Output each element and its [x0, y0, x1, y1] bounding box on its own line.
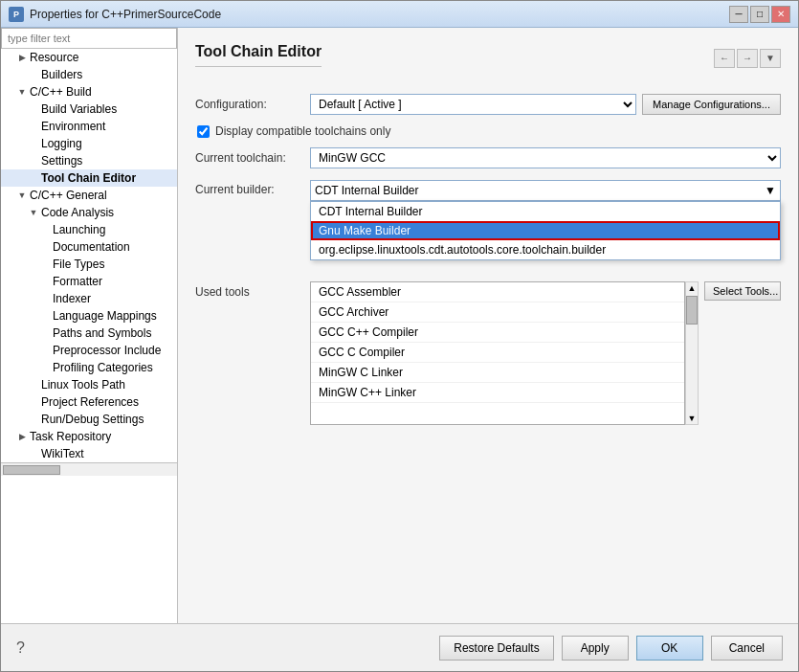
- sidebar-item-settings[interactable]: Settings: [1, 152, 177, 169]
- tool-item-assembler[interactable]: GCC Assembler: [311, 282, 684, 302]
- expand-icon: [28, 69, 39, 80]
- main-content: Tool Chain Editor ← → ▼ Configuration: D…: [178, 28, 798, 623]
- title-bar-buttons: ─ □ ✕: [729, 6, 790, 23]
- window-icon: P: [9, 7, 24, 22]
- configuration-label: Configuration:: [195, 98, 310, 111]
- sidebar-item-cpp-general[interactable]: ▼ C/C++ General: [1, 187, 177, 204]
- sidebar-item-launching[interactable]: Launching: [1, 221, 177, 238]
- builder-label: Current builder:: [195, 180, 310, 196]
- nav-back-button[interactable]: ←: [714, 49, 735, 68]
- scroll-down-arrow[interactable]: ▼: [686, 413, 699, 424]
- expand-icon: [28, 448, 39, 459]
- sidebar-item-label: Tool Chain Editor: [41, 171, 136, 185]
- nav-menu-button[interactable]: ▼: [760, 49, 781, 68]
- sidebar-item-linux-tools[interactable]: Linux Tools Path: [1, 376, 177, 393]
- expand-icon: [28, 103, 39, 115]
- sidebar-item-file-types[interactable]: File Types: [1, 256, 177, 273]
- expand-icon: ▼: [16, 86, 28, 98]
- sidebar-item-profiling[interactable]: Profiling Categories: [1, 359, 177, 376]
- sidebar-item-code-analysis[interactable]: ▼ Code Analysis: [1, 204, 177, 221]
- sidebar-item-formatter[interactable]: Formatter: [1, 273, 177, 290]
- sidebar-item-label: Profiling Categories: [53, 361, 153, 374]
- sidebar-item-label: Preprocessor Include: [53, 344, 161, 357]
- configuration-row: Configuration: Default [ Active ] Manage…: [195, 94, 781, 115]
- sidebar-item-build-variables[interactable]: Build Variables: [1, 101, 177, 118]
- expand-icon: [28, 396, 39, 408]
- sidebar-item-resource[interactable]: ▶ Resource: [1, 49, 177, 66]
- sidebar-item-documentation[interactable]: Documentation: [1, 238, 177, 256]
- restore-defaults-button[interactable]: Restore Defaults: [439, 636, 553, 661]
- builder-dropdown-arrow: ▼: [765, 184, 776, 197]
- sidebar-item-preprocessor[interactable]: Preprocessor Include: [1, 342, 177, 359]
- sidebar-item-project-references[interactable]: Project References: [1, 393, 177, 411]
- nav-forward-button[interactable]: →: [737, 49, 758, 68]
- select-tools-button[interactable]: Select Tools...: [704, 281, 781, 301]
- cancel-button[interactable]: Cancel: [711, 636, 783, 661]
- sidebar-item-label: C/C++ Build: [30, 85, 92, 99]
- expand-icon: [39, 276, 51, 287]
- builder-area: Current builder: CDT Internal Builder ▼ …: [195, 180, 781, 201]
- compatible-toolchains-checkbox[interactable]: [197, 125, 210, 138]
- filter-input[interactable]: [1, 28, 177, 49]
- scroll-up-arrow[interactable]: ▲: [686, 282, 699, 294]
- minimize-button[interactable]: ─: [729, 6, 748, 23]
- tools-scrollbar[interactable]: ▲ ▼: [685, 281, 699, 425]
- expand-icon: [28, 155, 39, 167]
- sidebar-item-label: Run/Debug Settings: [41, 413, 144, 426]
- sidebar-item-label: Build Variables: [41, 102, 117, 116]
- checkbox-row: Display compatible toolchains only: [195, 124, 781, 138]
- close-button[interactable]: ✕: [771, 6, 790, 23]
- sidebar-item-logging[interactable]: Logging: [1, 135, 177, 152]
- scrollbar-thumb[interactable]: [3, 465, 60, 475]
- manage-configurations-button[interactable]: Manage Configurations...: [642, 94, 781, 115]
- sidebar-item-run-debug[interactable]: Run/Debug Settings: [1, 411, 177, 428]
- sidebar-item-label: C/C++ General: [30, 189, 107, 202]
- tool-item-c-compiler[interactable]: GCC C Compiler: [311, 343, 684, 363]
- sidebar-item-paths-symbols[interactable]: Paths and Symbols: [1, 325, 177, 342]
- footer-buttons: Restore Defaults Apply OK Cancel: [439, 636, 783, 661]
- dropdown-item-gnu[interactable]: Gnu Make Builder: [311, 221, 780, 240]
- scrollbar-thumb[interactable]: [686, 296, 698, 325]
- title-bar: P Properties for C++PrimerSourceCode ─ □…: [1, 1, 798, 28]
- sidebar-scrollbar[interactable]: [1, 462, 177, 476]
- sidebar-item-tool-chain-editor[interactable]: Tool Chain Editor: [1, 169, 177, 187]
- tool-item-cpp-compiler[interactable]: GCC C++ Compiler: [311, 323, 684, 343]
- sidebar-item-label: Language Mappings: [53, 309, 157, 323]
- expand-icon: [39, 224, 51, 235]
- used-tools-area: Used tools GCC Assembler GCC Archiver GC…: [195, 281, 781, 608]
- sidebar-item-wikitext[interactable]: WikiText: [1, 445, 177, 462]
- nav-buttons: ← → ▼: [714, 49, 781, 68]
- sidebar-item-label: Builders: [41, 68, 82, 81]
- dialog-body: ▶ Resource Builders ▼ C/C++ Build Build …: [1, 28, 798, 623]
- sidebar-item-builders[interactable]: Builders: [1, 66, 177, 83]
- tools-sidebar: Select Tools...: [704, 281, 781, 425]
- expand-icon: [39, 327, 51, 339]
- sidebar-item-cpp-build[interactable]: ▼ C/C++ Build: [1, 83, 177, 101]
- toolchain-select[interactable]: MinGW GCC: [310, 147, 781, 168]
- expand-icon: [39, 362, 51, 373]
- sidebar-item-indexer[interactable]: Indexer: [1, 290, 177, 307]
- expand-icon: [39, 293, 51, 304]
- dropdown-item-eclipse[interactable]: org.eclipse.linuxtools.cdt.autotools.cor…: [311, 240, 780, 259]
- sidebar-item-language-mappings[interactable]: Language Mappings: [1, 307, 177, 325]
- tool-item-archiver[interactable]: GCC Archiver: [311, 302, 684, 323]
- builder-select[interactable]: CDT Internal Builder ▼: [310, 180, 781, 201]
- tool-item-mingw-c-linker[interactable]: MinGW C Linker: [311, 363, 684, 383]
- dropdown-item-cdt[interactable]: CDT Internal Builder: [311, 202, 780, 221]
- maximize-button[interactable]: □: [750, 6, 769, 23]
- sidebar-item-label: Formatter: [53, 275, 102, 288]
- configuration-select[interactable]: Default [ Active ]: [310, 94, 636, 115]
- help-button[interactable]: ?: [16, 639, 25, 657]
- page-title: Tool Chain Editor: [195, 43, 322, 67]
- expand-icon: [39, 310, 51, 322]
- sidebar-item-label: Environment: [41, 120, 105, 133]
- sidebar-item-environment[interactable]: Environment: [1, 118, 177, 135]
- expand-icon: ▼: [16, 190, 28, 201]
- builder-selected-value: CDT Internal Builder: [315, 184, 419, 197]
- ok-button[interactable]: OK: [636, 636, 703, 661]
- sidebar-item-task-repo[interactable]: ▶ Task Repository: [1, 428, 177, 445]
- expand-icon: ▶: [16, 431, 28, 442]
- builder-dropdown: CDT Internal Builder Gnu Make Builder or…: [310, 201, 781, 260]
- apply-button[interactable]: Apply: [562, 636, 629, 661]
- tool-item-mingw-cpp-linker[interactable]: MinGW C++ Linker: [311, 383, 684, 403]
